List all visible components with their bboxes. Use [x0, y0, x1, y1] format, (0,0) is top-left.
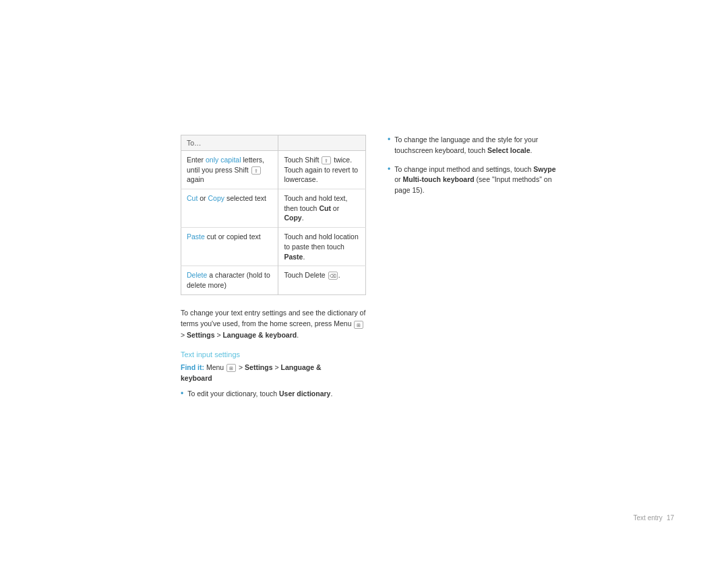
shift-icon-2: ⇧ [322, 156, 331, 164]
right-bullet-dot-1: • [388, 135, 390, 146]
right-bullet-text-1: To change the language and the style for… [394, 135, 563, 156]
shift-icon-1: ⇧ [251, 166, 261, 175]
user-dictionary-bold: User dictionary [279, 389, 330, 398]
table-cell-action-4: Delete a character (hold to delete more) [181, 266, 278, 294]
right-bullet-1: • To change the language and the style f… [388, 135, 563, 156]
table-row: Paste cut or copied text Touch and hold … [181, 228, 366, 266]
table-cell-result-4: Touch Delete ⌫. [278, 266, 366, 294]
table-header-action: To… [181, 135, 278, 151]
section-heading: Text input settings [181, 350, 366, 358]
capital-link: only capital [206, 156, 241, 164]
menu-icon-1: ⊞ [354, 321, 363, 329]
page: To… Enter only capital letters, until yo… [0, 0, 728, 562]
table-cell-action-2: Cut or Copy selected text [181, 189, 278, 228]
right-bullet-text-2: To change input method and settings, tou… [394, 164, 563, 196]
bullet-item: • To edit your dictionary, touch User di… [181, 389, 366, 400]
language-bold: Language & keyboard [222, 331, 297, 339]
table-row: Enter only capital letters, until you pr… [181, 151, 366, 189]
paste-link: Paste [187, 232, 205, 241]
paste-bold: Paste [284, 253, 303, 261]
delete-link: Delete [187, 271, 207, 279]
settings-bold: Settings [187, 331, 214, 339]
paragraph-text: To change your text entry settings and s… [181, 307, 366, 341]
swype-bold: Swype [533, 165, 555, 173]
table-cell-result-2: Touch and hold text, then touch Cut or C… [278, 189, 366, 228]
footer-page: 17 [667, 514, 674, 522]
table-cell-result-1: Touch Shift ⇧ twice. Touch again to reve… [278, 151, 366, 189]
keyboard-bold: keyboard [181, 374, 212, 382]
find-it-label: Find it: [181, 363, 204, 371]
right-bullet-2: • To change input method and settings, t… [388, 164, 563, 196]
copy-link: Copy [208, 194, 225, 202]
table-row: Delete a character (hold to delete more)… [181, 266, 366, 294]
table-cell-action-3: Paste cut or copied text [181, 228, 278, 266]
language-bold-2: Language & [280, 363, 321, 371]
select-locale-bold: Select locale [487, 146, 530, 154]
table-cell-result-3: Touch and hold location to paste then to… [278, 228, 366, 266]
cut-bold: Cut [319, 204, 331, 212]
bullet-text: To edit your dictionary, touch User dict… [187, 389, 332, 400]
find-it-line: Find it: Menu ⊞ > Settings > Language & … [181, 363, 366, 384]
table-header-result [278, 135, 366, 151]
table-cell-action-1: Enter only capital letters, until you pr… [181, 151, 278, 189]
reference-table: To… Enter only capital letters, until yo… [181, 135, 366, 295]
multitouch-bold: Multi-touch keyboard [402, 175, 474, 183]
bullet-dot: • [181, 389, 183, 400]
right-bullet-dot-2: • [388, 164, 390, 175]
footer-label: Text entry [634, 514, 663, 522]
delete-icon: ⌫ [328, 272, 338, 280]
settings-bold-2: Settings [245, 363, 272, 371]
right-column: • To change the language and the style f… [388, 135, 563, 204]
copy-bold: Copy [284, 214, 301, 222]
cut-link: Cut [187, 194, 198, 202]
menu-icon-2: ⊞ [226, 364, 236, 372]
table-row: Cut or Copy selected text Touch and hold… [181, 189, 366, 228]
page-footer: Text entry 17 [634, 514, 674, 522]
